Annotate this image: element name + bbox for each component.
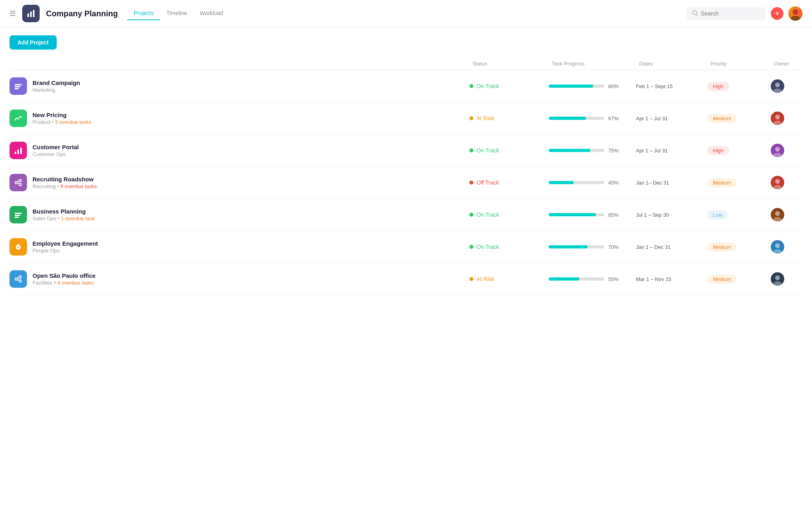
project-row[interactable]: Brand Campaign Marketing On Track 80% Fe… (10, 70, 802, 102)
svg-point-31 (17, 246, 19, 248)
project-text: Brand Campaign Marketing (33, 79, 80, 93)
svg-rect-9 (15, 88, 19, 89)
project-dates: Feb 1 – Sept 15 (636, 83, 707, 89)
priority-badge: High (707, 82, 729, 91)
project-name: Employee Engagement (33, 240, 98, 247)
svg-point-36 (19, 280, 21, 282)
priority-badge: High (707, 146, 729, 155)
svg-rect-15 (17, 150, 19, 154)
priority-badge: Medium (707, 275, 737, 284)
col-status-header: Status (469, 61, 549, 67)
svg-point-39 (775, 275, 780, 280)
progress-percent: 70% (608, 244, 622, 250)
app-logo (22, 5, 40, 22)
svg-point-32 (775, 243, 780, 248)
project-info: Recruiting Roadshow Recruiting • 9 overd… (10, 174, 469, 191)
progress-bar-bg (549, 149, 604, 152)
owner-avatar (771, 112, 784, 125)
priority-badge: Low (707, 210, 728, 219)
svg-point-30 (773, 217, 782, 221)
svg-point-35 (19, 276, 21, 278)
project-icon (10, 77, 27, 95)
svg-point-24 (775, 179, 780, 184)
project-text: Employee Engagement People Ops (33, 240, 98, 254)
project-name: Open São Paulo office (33, 272, 96, 279)
project-department-overdue: Product • 3 overdue tasks (33, 119, 91, 125)
add-project-button[interactable]: Add Project (10, 35, 57, 50)
priority-cell: High (707, 146, 771, 155)
search-input[interactable] (701, 10, 760, 17)
project-row[interactable]: Customer Portal Customer Ops On Track 75… (10, 135, 802, 167)
projects-list: Brand Campaign Marketing On Track 80% Fe… (10, 70, 802, 295)
status-dot (469, 84, 473, 88)
progress-percent: 80% (608, 83, 622, 89)
progress-bar-fill (549, 277, 579, 281)
tab-timeline[interactable]: Timeline (160, 7, 193, 20)
project-name: Business Planning (33, 208, 95, 215)
project-status: At Risk (469, 115, 549, 121)
user-avatar[interactable] (788, 6, 802, 21)
progress-bar-fill (549, 149, 590, 152)
project-department: People Ops (33, 248, 98, 254)
project-row[interactable]: Employee Engagement People Ops On Track … (10, 231, 802, 263)
svg-line-22 (17, 181, 19, 182)
header-right: + (687, 6, 802, 21)
svg-point-13 (773, 121, 782, 125)
priority-cell: Medium (707, 242, 771, 252)
progress-percent: 85% (608, 212, 622, 218)
tab-projects[interactable]: Projects (127, 7, 160, 20)
svg-line-37 (17, 277, 19, 279)
project-dates: Mar 1 – Nov 15 (636, 276, 707, 282)
status-dot (469, 116, 473, 120)
owner-avatar (771, 176, 784, 189)
progress-cell: 85% (549, 212, 636, 218)
overdue-text: 9 overdue tasks (60, 183, 97, 189)
col-progress-header: Task Progress (549, 61, 636, 67)
svg-rect-27 (15, 215, 20, 216)
priority-badge: Medium (707, 114, 737, 123)
project-text: Customer Portal Customer Ops (33, 144, 79, 157)
project-icon (10, 110, 27, 127)
hamburger-icon[interactable]: ☰ (10, 9, 16, 18)
overdue-text: 4 overdue tasks (57, 280, 94, 286)
project-row[interactable]: Open São Paulo office Facilities • 4 ove… (10, 263, 802, 295)
progress-bar-fill (549, 117, 586, 120)
overdue-text: 3 overdue tasks (55, 119, 92, 125)
owner-cell (771, 208, 802, 221)
tab-workload[interactable]: Workload (193, 7, 230, 20)
project-department-overdue: Recruiting • 9 overdue tasks (33, 183, 97, 189)
priority-cell: High (707, 82, 771, 91)
status-label: At Risk (477, 276, 494, 282)
project-info: Business Planning Sales Ops • 1 overdue … (10, 206, 469, 223)
owner-avatar (771, 208, 784, 221)
status-label: On Track (477, 244, 499, 250)
project-name: New Pricing (33, 112, 91, 118)
svg-rect-1 (30, 12, 32, 17)
project-icon (10, 174, 27, 191)
progress-cell: 55% (549, 276, 636, 282)
project-text: Business Planning Sales Ops • 1 overdue … (33, 208, 95, 221)
svg-rect-8 (15, 86, 20, 87)
project-icon (10, 270, 27, 288)
project-icon (10, 142, 27, 159)
col-name-header (10, 61, 469, 67)
progress-bar-bg (549, 277, 604, 281)
project-row[interactable]: New Pricing Product • 3 overdue tasks At… (10, 102, 802, 135)
status-label: At Risk (477, 115, 494, 121)
project-status: On Track (469, 83, 549, 89)
progress-percent: 45% (608, 180, 622, 186)
svg-point-20 (19, 179, 21, 182)
svg-point-6 (791, 16, 800, 21)
project-row[interactable]: Business Planning Sales Ops • 1 overdue … (10, 199, 802, 231)
progress-bar-bg (549, 181, 604, 184)
svg-point-29 (775, 211, 780, 216)
svg-rect-28 (15, 217, 19, 218)
status-label: On Track (477, 212, 499, 218)
project-status: At Risk (469, 276, 549, 282)
svg-rect-16 (20, 148, 22, 154)
project-row[interactable]: Recruiting Roadshow Recruiting • 9 overd… (10, 167, 802, 199)
overdue-text: 1 overdue task (61, 216, 95, 221)
add-button[interactable]: + (771, 7, 783, 20)
owner-avatar (771, 79, 784, 93)
svg-rect-2 (33, 10, 34, 17)
